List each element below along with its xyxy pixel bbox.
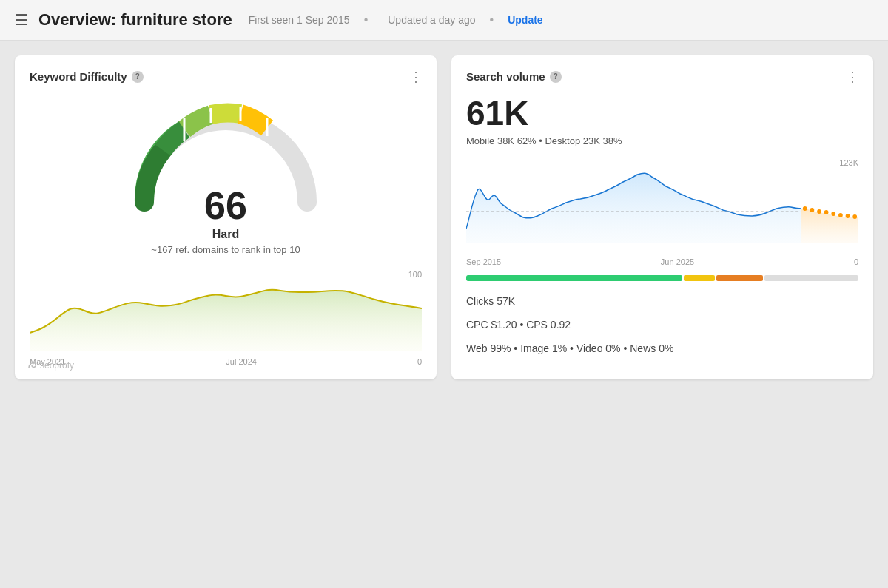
segment-orange	[716, 275, 764, 281]
svg-point-12	[852, 214, 857, 219]
sv-breakdown: Mobile 38K 62% • Desktop 23K 38%	[466, 135, 858, 146]
sv-help-icon[interactable]: ?	[550, 71, 562, 83]
page-title: Overview: furniture store	[38, 10, 232, 30]
svg-point-5	[803, 206, 807, 211]
dot-separator-1: •	[364, 13, 369, 27]
sv-trend-chart: 123K	[466, 158, 858, 254]
seoprofy-icon	[27, 360, 37, 371]
svg-point-10	[838, 213, 843, 217]
kd-help-icon[interactable]: ?	[132, 71, 144, 83]
web-value: Web 99%	[466, 342, 511, 354]
news-value: News 0%	[630, 342, 673, 354]
segment-green	[466, 275, 682, 281]
sv-title-text: Search volume	[466, 70, 545, 83]
sv-mobile: Mobile 38K 62%	[466, 135, 536, 146]
kd-card-title: Keyword Difficulty ?	[30, 70, 422, 83]
dot-separator-2: •	[490, 13, 494, 27]
seoprofy-label: seoprofy	[40, 360, 74, 371]
update-link[interactable]: Update	[508, 14, 542, 26]
kd-chart-svg	[30, 270, 422, 351]
sv-chart-x-end: Jun 2025	[661, 257, 694, 266]
header: ☰ Overview: furniture store First seen 1…	[0, 0, 888, 41]
kd-chart-x-end: Jul 2024	[226, 357, 257, 366]
kd-title-text: Keyword Difficulty	[30, 70, 127, 83]
sv-value: 61K	[466, 95, 858, 132]
seoprofy-logo: seoprofy	[27, 360, 74, 371]
kd-label: Hard	[212, 228, 239, 241]
sv-chart-x-start: Sep 2015	[466, 257, 501, 266]
image-value: Image 1%	[520, 342, 567, 354]
kd-chart-footer: May 2021 Jul 2024 0	[30, 357, 422, 366]
kd-value: 66	[204, 183, 247, 228]
svg-point-7	[817, 209, 821, 214]
segment-gray	[764, 275, 858, 281]
segment-yellow	[684, 275, 715, 281]
cps-value: CPS 0.92	[526, 319, 571, 331]
media-row: Web 99% • Image 1% • Video 0% • News 0%	[466, 340, 858, 356]
clicks-row: Clicks 57K	[466, 293, 858, 309]
kd-chart-max: 100	[408, 270, 422, 279]
svg-point-9	[831, 212, 835, 216]
cpc-cps-row: CPC $1.20 • CPS 0.92	[466, 317, 858, 333]
sv-card-title: Search volume ?	[466, 70, 858, 83]
sv-chart-svg	[466, 158, 858, 251]
kd-sublabel: ~167 ref. domains to rank in top 10	[151, 244, 300, 255]
first-seen-meta: First seen 1 Sep 2015	[249, 14, 350, 26]
sv-desktop: Desktop 23K 38%	[545, 135, 622, 146]
sv-chart-max: 123K	[839, 158, 858, 167]
video-value: Video 0%	[576, 342, 621, 354]
sv-more-icon[interactable]: ⋮	[846, 69, 860, 85]
sv-chart-footer: Sep 2015 Jun 2025 0	[466, 257, 858, 266]
search-volume-card: Search volume ? ⋮ 61K Mobile 38K 62% • D…	[451, 55, 873, 379]
gauge-container: 66 Hard ~167 ref. domains to rank in top…	[30, 95, 422, 255]
svg-point-8	[824, 210, 829, 214]
updated-meta: Updated a day ago	[388, 14, 475, 26]
segment-bar	[466, 275, 858, 281]
svg-point-6	[810, 208, 814, 212]
cpc-value: CPC $1.20	[466, 319, 517, 331]
kd-more-icon[interactable]: ⋮	[409, 69, 423, 85]
svg-point-11	[846, 214, 850, 218]
main-content: Keyword Difficulty ? ⋮	[0, 41, 888, 394]
keyword-difficulty-card: Keyword Difficulty ? ⋮	[15, 55, 437, 379]
cpc-cps-dot: •	[519, 319, 526, 331]
sv-chart-x-zero: 0	[854, 257, 858, 266]
hamburger-menu-icon[interactable]: ☰	[15, 11, 28, 29]
kd-chart-x-zero: 0	[417, 357, 422, 366]
clicks-label: Clicks 57K	[466, 295, 515, 307]
kd-trend-chart: 100 May 2021 Jul 2024 0	[30, 270, 422, 359]
